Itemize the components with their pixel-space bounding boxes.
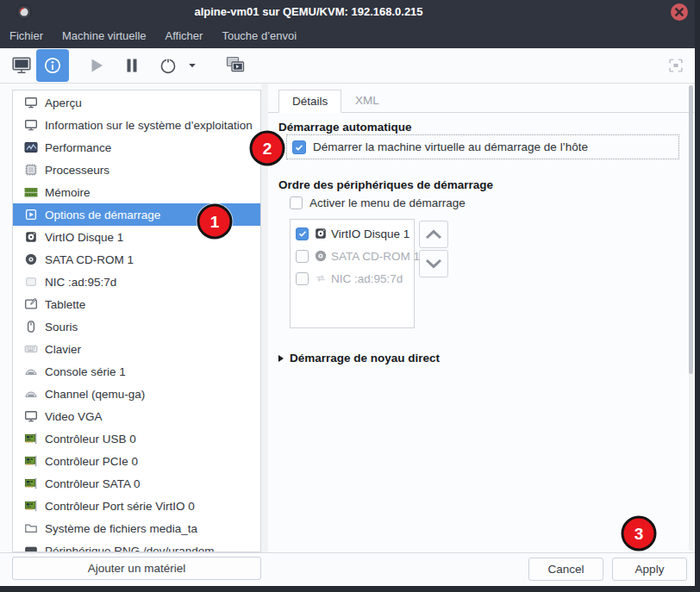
- sidebar-item-label: Système de fichiers media_ta: [45, 522, 197, 535]
- boot-order-heading: Ordre des périphériques de démarrage: [278, 178, 493, 191]
- close-icon: [671, 3, 688, 21]
- direct-kernel-expander[interactable]: Démarrage de noyau direct: [278, 352, 440, 365]
- pause-button[interactable]: [117, 50, 147, 81]
- tablet-icon: [24, 297, 38, 311]
- shade-window-button[interactable]: [601, 5, 615, 19]
- sidebar-item[interactable]: Clavier: [13, 338, 260, 360]
- mouse-icon: [24, 320, 38, 333]
- titlebar[interactable]: alpine-vm01 sur QEMU/KVM: 192.168.0.215: [0, 0, 695, 24]
- chevron-down-icon: [420, 250, 447, 277]
- boot-device-row[interactable]: NIC :ad:95:7d: [291, 267, 414, 290]
- boot-device-checkbox[interactable]: [296, 227, 309, 240]
- run-button[interactable]: [81, 50, 110, 81]
- tab-details[interactable]: Détails: [278, 90, 341, 113]
- autostart-checkbox-label: Démarrer la machine virtuelle au démarra…: [313, 140, 588, 153]
- open-console-window-button[interactable]: [221, 50, 250, 81]
- details-pane: Détails XML Démarrage automatique Démarr…: [268, 84, 694, 552]
- minimize-button[interactable]: [624, 5, 638, 19]
- sidebar-item[interactable]: Performance: [13, 136, 260, 159]
- sidebar-item[interactable]: Aperçu: [13, 91, 260, 114]
- sidebar-item[interactable]: Souris: [13, 315, 260, 338]
- cdrom-icon: [314, 249, 328, 263]
- info-icon: [42, 55, 63, 76]
- autostart-checkbox-row[interactable]: Démarrer la machine virtuelle au démarra…: [286, 134, 679, 159]
- direct-kernel-label: Démarrage de noyau direct: [290, 352, 440, 365]
- sidebar-item[interactable]: Console série 1: [13, 360, 260, 383]
- sidebar-item[interactable]: Contrôleur SATA 0: [13, 472, 260, 495]
- sidebar-item[interactable]: Information sur le système d’exploitatio…: [13, 114, 260, 136]
- sidebar-item[interactable]: NIC :ad:95:7d: [13, 271, 260, 293]
- nic-icon: [24, 275, 38, 289]
- close-button[interactable]: [671, 3, 688, 21]
- sidebar-item-label: Options de démarrage: [45, 209, 160, 221]
- sidebar-item[interactable]: Contrôleur PCIe 0: [13, 450, 260, 472]
- serial-console-icon: [24, 387, 38, 401]
- autostart-checkbox[interactable]: [292, 140, 306, 154]
- rng-icon: [24, 544, 38, 552]
- boot-device-label: NIC :ad:95:7d: [331, 272, 403, 285]
- details-scrollbar[interactable]: [689, 85, 693, 551]
- sidebar-item[interactable]: Système de fichiers media_ta: [13, 517, 260, 539]
- sidebar-item[interactable]: Tablette: [13, 293, 260, 315]
- performance-chart-icon: [24, 140, 38, 154]
- sidebar-item[interactable]: SATA CD-ROM 1: [13, 248, 260, 271]
- menu-machine-virtuelle[interactable]: Machine virtuelle: [53, 24, 156, 48]
- fullscreen-button[interactable]: [664, 53, 688, 78]
- sidebar-item-label: Aperçu: [45, 97, 82, 109]
- sidebar-item-label: Contrôleur SATA 0: [45, 477, 141, 490]
- sidebar-item[interactable]: Périphérique RNG /dev/urandom: [13, 539, 260, 552]
- move-down-button[interactable]: [419, 250, 448, 277]
- enable-boot-menu-checkbox[interactable]: [290, 196, 303, 209]
- boot-device-checkbox[interactable]: [296, 250, 309, 263]
- show-graphical-console-button[interactable]: [7, 50, 36, 81]
- sidebar-item-label: NIC :ad:95:7d: [45, 276, 116, 289]
- sidebar-item-label: SATA CD-ROM 1: [45, 253, 134, 266]
- hardware-list: AperçuInformation sur le système d’explo…: [12, 90, 261, 552]
- sidebar-item-label: VirtIO Disque 1: [45, 231, 123, 244]
- menu-touche-envoi[interactable]: Touche d’envoi: [212, 24, 306, 48]
- boot-device-checkbox[interactable]: [296, 272, 309, 285]
- restore-button[interactable]: [647, 5, 661, 19]
- pause-icon: [122, 55, 142, 76]
- sidebar-item-label: Tablette: [45, 298, 85, 311]
- menubar: Fichier Machine virtuelle Afficher Touch…: [0, 24, 695, 48]
- enable-boot-menu-row[interactable]: Activer le menu de démarrage: [290, 196, 466, 209]
- boot-device-list: VirtIO Disque 1SATA CD-ROM 1NIC :ad:95:7…: [290, 219, 415, 328]
- tab-xml[interactable]: XML: [342, 90, 392, 113]
- sidebar-item[interactable]: Channel (qemu-ga): [13, 383, 260, 405]
- boot-device-row[interactable]: VirtIO Disque 1: [291, 222, 414, 245]
- cancel-button[interactable]: Cancel: [528, 558, 603, 581]
- sidebar-item-label: Performance: [45, 141, 111, 154]
- pci-card-icon: [24, 454, 38, 468]
- sidebar-item[interactable]: Processeurs: [13, 159, 260, 181]
- shutdown-button[interactable]: [153, 50, 183, 81]
- serial-console-icon: [24, 365, 38, 378]
- annotation-circle-2: 2: [250, 131, 285, 166]
- show-hardware-details-button[interactable]: [36, 49, 69, 82]
- sidebar-item[interactable]: Video VGA: [13, 405, 260, 427]
- virt-manager-logo-icon: [16, 4, 32, 20]
- sidebar-item[interactable]: Contrôleur Port série VirtIO 0: [13, 495, 260, 517]
- apply-button[interactable]: Apply: [612, 558, 687, 581]
- menu-afficher[interactable]: Afficher: [156, 24, 213, 48]
- play-icon: [85, 55, 106, 76]
- fullscreen-icon: [666, 56, 685, 75]
- screenshot-page: { "window": { "title": "alpine-vm01 sur …: [0, 0, 700, 592]
- vm-details-window: alpine-vm01 sur QEMU/KVM: 192.168.0.215 …: [0, 0, 695, 586]
- enable-boot-menu-label: Activer le menu de démarrage: [309, 196, 466, 209]
- add-hardware-button[interactable]: Ajouter un matériel: [12, 557, 261, 580]
- sidebar-item-label: Mémoire: [45, 186, 91, 199]
- sidebar-item[interactable]: Mémoire: [13, 181, 260, 203]
- shutdown-menu-caret[interactable]: [184, 50, 200, 81]
- scrollbar-thumb[interactable]: [689, 85, 693, 374]
- chevron-up-icon: [420, 221, 447, 248]
- memory-icon: [24, 185, 38, 199]
- sidebar-item[interactable]: Contrôleur USB 0: [13, 427, 260, 450]
- monitor-icon: [24, 118, 38, 132]
- boot-device-row[interactable]: SATA CD-ROM 1: [291, 245, 414, 267]
- sidebar-item-label: Channel (qemu-ga): [45, 388, 145, 401]
- move-up-button[interactable]: [419, 221, 448, 248]
- cpu-icon: [24, 163, 38, 177]
- menu-fichier[interactable]: Fichier: [0, 24, 53, 48]
- sidebar-item-label: Contrôleur USB 0: [45, 433, 136, 446]
